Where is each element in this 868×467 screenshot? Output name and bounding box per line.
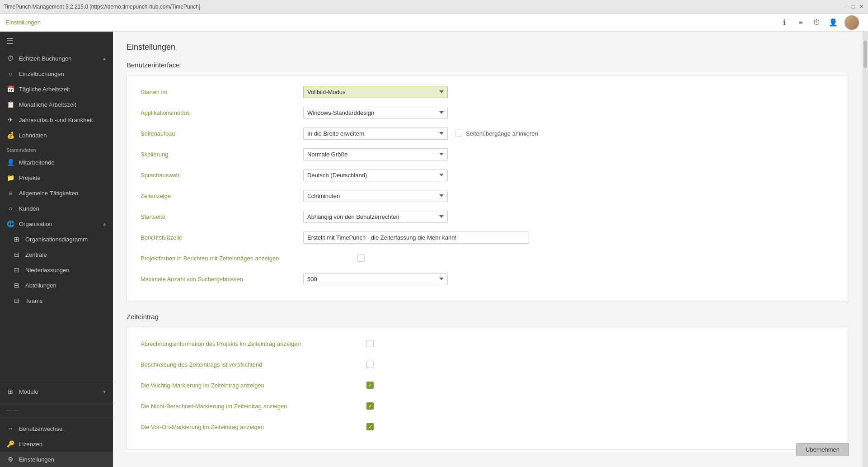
label-sprachauswahl: Sprachauswahl: [141, 172, 303, 179]
sidebar-item-organisation[interactable]: 🌐 Organisation ▲: [0, 216, 113, 231]
scrollbar-track[interactable]: [863, 32, 868, 467]
window-controls[interactable]: ─ □ ✕: [842, 4, 864, 10]
breadcrumb-link[interactable]: Einstellungen: [5, 19, 41, 26]
organisation-collapse[interactable]: ▲: [102, 222, 107, 226]
info-icon[interactable]: ℹ: [779, 18, 789, 28]
sidebar-item-tagliche[interactable]: 📅 Tägliche Arbeitszeit: [0, 81, 113, 97]
sidebar-item-benutzerwechsel[interactable]: ↔ Benutzerwechsel: [0, 421, 113, 436]
label-skalierung: Skalierung: [141, 151, 303, 158]
section-title-benutzerinterface: Benutzerinterface: [127, 61, 849, 69]
sidebar-item-lizenzen[interactable]: 🔑 Lizenzen: [0, 436, 113, 452]
sidebar-item-projekte[interactable]: 📁 Projekte: [0, 170, 113, 185]
select-sprachauswahl[interactable]: Deutsch (Deutschland) English (US): [303, 169, 448, 181]
sidebar-item-echtzeit[interactable]: ⏱ Echtzeit-Buchungen ▲: [0, 51, 113, 66]
select-seitenaufbau[interactable]: In die Breite erweitern Fest Kompakt: [303, 127, 448, 140]
section-stammdaten: Stammdaten: [0, 143, 113, 155]
control-sprachauswahl: Deutsch (Deutschland) English (US): [303, 169, 448, 181]
control-berichtsfusszeile: [303, 231, 529, 244]
sidebar-item-abteilungen[interactable]: ⊟ Abteilungen: [0, 278, 113, 293]
select-starten-im[interactable]: Vollbild-Modus Normalmodus Minimiert: [303, 86, 448, 98]
mitarbeitende-icon: 👤: [6, 158, 14, 166]
sidebar-item-teams[interactable]: ⊟ Teams: [0, 293, 113, 308]
title-bar: TimePunch Management 5.2.215.0 [https://…: [0, 0, 868, 14]
sidebar-label-lizenzen: Lizenzen: [19, 441, 42, 448]
sidebar-item-allgemeine[interactable]: ≡ Allgemeine Tätigkeiten: [0, 185, 113, 201]
row-vor-ort: Die Vor-Ort-Markierung im Zeiteintrag an…: [141, 420, 835, 434]
sidebar-item-einzelbuchungen[interactable]: ○ Einzelbuchungen: [0, 66, 113, 81]
label-beschreibung-verpflichtend: Beschreibung des Zeiteintrags ist verpfl…: [141, 361, 366, 368]
sidebar-label-monatliche: Monatliche Arbeitszeit: [19, 101, 76, 108]
sidebar-item-kunden[interactable]: ○ Kunden: [0, 201, 113, 216]
checkbox-abrechnungsinfo[interactable]: [366, 340, 374, 347]
label-starten-im: Starten im: [141, 89, 303, 95]
avatar[interactable]: [845, 15, 859, 30]
checkbox-beschreibung-verpflichtend[interactable]: [366, 361, 374, 368]
apply-button[interactable]: Übernehmen: [796, 443, 849, 456]
top-nav-left: Einstellungen: [5, 19, 41, 26]
sidebar-label-projekte: Projekte: [19, 175, 41, 181]
user-settings-icon[interactable]: 👤: [828, 18, 838, 28]
control-max-suchergebnisse: 100 200 500 1000: [303, 273, 448, 285]
sidebar-divider3: [0, 418, 113, 418]
minimize-button[interactable]: ─: [842, 4, 848, 10]
select-zeitanzeige[interactable]: Echtminuten Dezimalstunden: [303, 190, 448, 202]
benutzerwechsel-icon: ↔: [6, 425, 14, 433]
sidebar-label-lohndaten: Lohndaten: [19, 132, 47, 139]
maximize-button[interactable]: □: [850, 4, 856, 10]
sidebar-item-einstellungen[interactable]: ⚙ Einstellungen: [0, 452, 113, 467]
checkbox-wichtig-markierung[interactable]: ✓: [366, 382, 374, 389]
select-skalierung[interactable]: Normale Größe Klein Groß: [303, 148, 448, 160]
benutzerinterface-card: Starten im Vollbild-Modus Normalmodus Mi…: [127, 75, 849, 302]
select-applikationsmodus[interactable]: Windows-Standarddesign Dunkles Design He…: [303, 107, 448, 119]
seitenaufbau-checkbox-row: Seitenübergänge animieren: [455, 130, 538, 137]
sidebar-label-jahresurlaub: Jahresurlaub -und Krankheit: [19, 117, 93, 123]
sidebar-divider2: [0, 402, 113, 402]
sidebar-item-zentrale[interactable]: ⊟ Zentrale: [0, 247, 113, 262]
echtzeit-collapse[interactable]: ▲: [102, 56, 107, 61]
sidebar-divider: [0, 381, 113, 381]
checkbox-vor-ort[interactable]: ✓: [366, 423, 374, 430]
sidebar-menu-icon[interactable]: ☰: [0, 32, 113, 51]
sidebar-label-organisation: Organisation: [19, 221, 52, 227]
label-seitenubergange: Seitenübergänge animieren: [466, 130, 538, 137]
row-abrechnungsinfo: Abrechnungsinformation des Projekts im Z…: [141, 336, 835, 351]
sidebar-item-module[interactable]: ⊞ Module ▼: [0, 384, 113, 399]
sidebar-label-mitarbeitende: Mitarbeitende: [19, 159, 55, 166]
sidebar-item-lohndaten[interactable]: 💰 Lohndaten: [0, 127, 113, 143]
module-collapse[interactable]: ▼: [102, 389, 107, 394]
list-icon[interactable]: ≡: [796, 18, 806, 28]
echtzeit-icon: ⏱: [6, 54, 14, 62]
row-startseite: Startseite Abhängig von den Benutzerrech…: [141, 209, 835, 224]
sidebar-label-echtzeit: Echtzeit-Buchungen: [19, 55, 71, 62]
checkbox-nicht-berechnet[interactable]: ✓: [366, 402, 374, 410]
sidebar-label-module: Module: [19, 388, 38, 395]
sidebar-item-niederlassungen[interactable]: ⊟ Niederlassungen: [0, 262, 113, 278]
monatliche-icon: 📋: [6, 100, 14, 108]
row-zeitanzeige: Zeitanzeige Echtminuten Dezimalstunden: [141, 189, 835, 203]
sidebar-label-tagliche: Tägliche Arbeitszeit: [19, 86, 70, 93]
zeiteintrag-card: Abrechnungsinformation des Projekts im Z…: [127, 327, 849, 450]
sidebar-label-einzelbuchungen: Einzelbuchungen: [19, 71, 64, 77]
sidebar-item-jahresurlaub[interactable]: ✈ Jahresurlaub -und Krankheit: [0, 112, 113, 127]
close-button[interactable]: ✕: [858, 4, 864, 10]
sidebar-label-abteilungen: Abteilungen: [25, 282, 56, 289]
sidebar-label-organisationsdiagramm: Organisationsdiagramm: [25, 236, 88, 243]
jahresurlaub-icon: ✈: [6, 116, 14, 124]
sidebar-item-mitarbeitende[interactable]: 👤 Mitarbeitende: [0, 155, 113, 170]
zentrale-icon: ⊟: [13, 250, 21, 259]
select-max-suchergebnisse[interactable]: 100 200 500 1000: [303, 273, 448, 285]
checkbox-seitenubergange[interactable]: [455, 130, 462, 137]
checkbox-projektfarben[interactable]: [357, 255, 365, 262]
sidebar-item-organisationsdiagramm[interactable]: ⊞ Organisationsdiagramm: [0, 231, 113, 247]
scrollbar-thumb[interactable]: [863, 41, 867, 68]
clock-icon[interactable]: ⏱: [812, 18, 822, 28]
sidebar-item-monatliche[interactable]: 📋 Monatliche Arbeitszeit: [0, 97, 113, 112]
label-applikationsmodus: Applikationsmodus: [141, 109, 303, 116]
row-projektfarben: Projektfarben in Berichten mit Zeiteintr…: [141, 251, 835, 265]
select-startseite[interactable]: Abhängig von den Benutzerrechten Echtzei…: [303, 211, 448, 223]
sidebar-label-kunden: Kunden: [19, 205, 39, 212]
label-wichtig-markierung: Die Wichtig-Markierung im Zeiteintrag an…: [141, 382, 366, 389]
label-zeitanzeige: Zeitanzeige: [141, 193, 303, 199]
input-berichtsfusszeile[interactable]: [303, 231, 529, 244]
sidebar-label-allgemeine: Allgemeine Tätigkeiten: [19, 190, 78, 197]
